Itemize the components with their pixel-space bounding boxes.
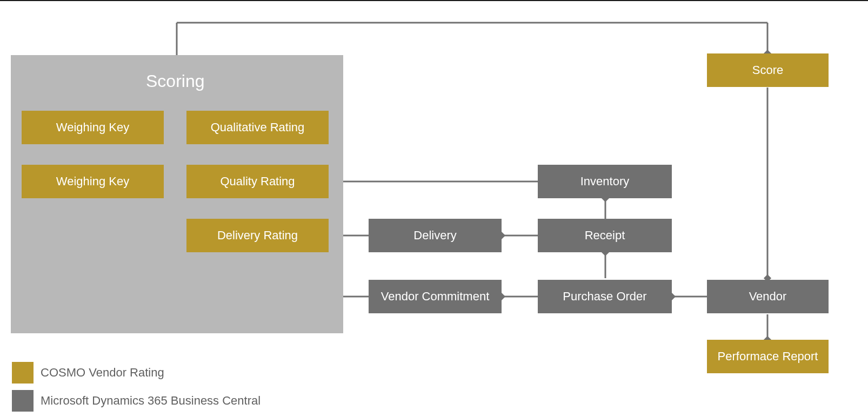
legend-label-ms: Microsoft Dynamics 365 Business Central bbox=[41, 394, 261, 408]
weighing-key-1: Weighing Key bbox=[22, 111, 164, 144]
delivery-rating: Delivery Rating bbox=[186, 219, 329, 252]
weighing-key-2: Weighing Key bbox=[22, 165, 164, 198]
legend-swatch-cosmo bbox=[12, 362, 34, 384]
inventory: Inventory bbox=[538, 165, 672, 198]
legend-swatch-ms bbox=[12, 390, 34, 412]
diagram-canvas: Scoring Weighing Key Qualitative Rating … bbox=[0, 0, 868, 417]
qualitative-rating: Qualitative Rating bbox=[186, 111, 329, 144]
delivery: Delivery bbox=[369, 219, 502, 252]
vendor-commitment: Vendor Commitment bbox=[369, 280, 502, 313]
purchase-order: Purchase Order bbox=[538, 280, 672, 313]
legend-label-cosmo: COSMO Vendor Rating bbox=[41, 366, 164, 380]
quality-rating: Quality Rating bbox=[186, 165, 329, 198]
vendor: Vendor bbox=[707, 280, 829, 313]
scoring-title: Scoring bbox=[146, 71, 205, 91]
score: Score bbox=[707, 53, 829, 87]
receipt: Receipt bbox=[538, 219, 672, 252]
performance-report: Performace Report bbox=[707, 340, 829, 373]
